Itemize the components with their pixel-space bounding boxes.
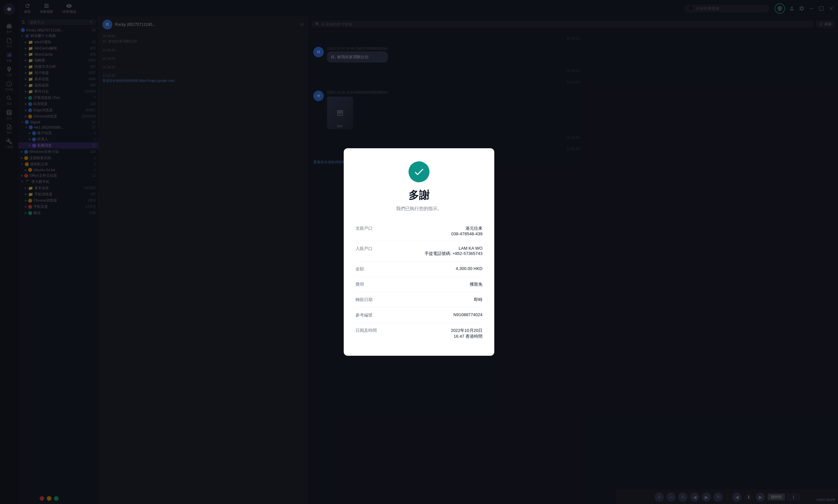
modal-label-datetime: 日期及時間	[356, 328, 382, 334]
modal-label-credit: 入賬戶口	[356, 246, 382, 252]
modal-value-credit: LAM KA WO 手提電話號碼: +852-57365743	[425, 246, 482, 256]
modal-label-transfer-date: 轉賬日期	[356, 297, 382, 303]
modal-label-amount: 金額	[356, 266, 382, 272]
modal-row-credit: 入賬戶口 LAM KA WO 手提電話號碼: +852-57365743	[356, 241, 482, 262]
modal-label-fee: 費用	[356, 282, 382, 287]
modal-value-fee: 獲豁免	[470, 282, 482, 287]
modal-subtitle: 我們已執行您的指示。	[396, 206, 442, 212]
modal-value-transfer-date: 即時	[474, 297, 482, 303]
modal-card: 多謝 我們已執行您的指示。 支賬戶口 港元往來 038-478548-439 入…	[344, 148, 494, 356]
modal-row-transfer-date: 轉賬日期 即時	[356, 292, 482, 308]
modal-title: 多謝	[409, 188, 429, 202]
modal-row-amount: 金額 4,300.00 HKD	[356, 262, 482, 277]
modal-value-amount: 4,300.00 HKD	[456, 266, 482, 271]
modal-label-debit: 支賬戶口	[356, 226, 382, 231]
modal-overlay: 多謝 我們已執行您的指示。 支賬戶口 港元往來 038-478548-439 入…	[0, 0, 838, 504]
modal-value-ref: N91088774024	[453, 312, 482, 317]
modal-success-icon	[409, 161, 429, 182]
modal-row-debit: 支賬戶口 港元往來 038-478548-439	[356, 221, 482, 241]
modal-row-fee: 費用 獲豁免	[356, 277, 482, 292]
watermark: ©2022 2022年	[816, 498, 835, 502]
modal-row-ref: 參考編號 N91088774024	[356, 308, 482, 323]
modal-row-datetime: 日期及時間 2022年10月20日 16:47 香港時間	[356, 323, 482, 344]
modal-label-ref: 參考編號	[356, 312, 382, 318]
modal-value-datetime: 2022年10月20日 16:47 香港時間	[451, 328, 482, 339]
modal-value-debit: 港元往來 038-478548-439	[451, 226, 482, 236]
